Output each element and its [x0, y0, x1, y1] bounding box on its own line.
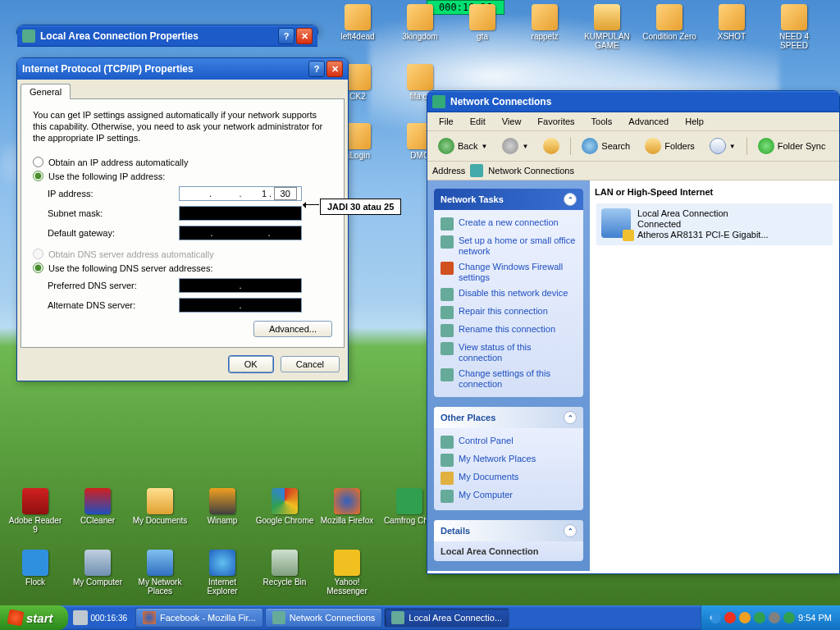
taskbar-item-lac[interactable]: Local Area Connectio... — [384, 608, 509, 628]
desktop-icon[interactable]: NEED 4 SPEED — [765, 4, 824, 50]
alternate-dns-input[interactable]: . — [179, 298, 302, 313]
link-control-panel[interactable]: Control Panel — [441, 433, 577, 451]
task-repair[interactable]: Repair this connection — [441, 304, 577, 322]
radio-obtain-ip-auto[interactable]: Obtain an IP address automatically — [33, 157, 332, 167]
titlebar[interactable]: Internet Protocol (TCP/IP) Properties ? … — [17, 58, 348, 80]
desktop-icon[interactable]: Winamp — [191, 488, 253, 534]
task-create-connection[interactable]: Create a new connection — [441, 215, 577, 233]
menu-favorites[interactable]: Favorites — [531, 115, 581, 128]
task-change-settings[interactable]: Change settings of this connection — [441, 366, 577, 392]
desktop-icon[interactable]: rappelz — [515, 4, 574, 50]
other-places-header[interactable]: Other Places ⌃ — [434, 407, 583, 428]
subnet-mask-input[interactable] — [179, 206, 302, 221]
folders-button[interactable]: Folders — [639, 135, 701, 158]
desktop-icon[interactable]: XSHOT — [702, 4, 761, 50]
task-disable-device[interactable]: Disable this network device — [441, 285, 577, 304]
radio-input[interactable] — [33, 171, 43, 181]
tray-icon[interactable] — [783, 612, 795, 623]
desktop-icon[interactable]: gta — [453, 4, 512, 50]
close-button[interactable]: ✕ — [326, 61, 343, 77]
titlebar[interactable]: Network Connections — [427, 91, 839, 112]
search-button[interactable]: Search — [576, 135, 636, 158]
link-network-places[interactable]: My Network Places — [441, 451, 577, 469]
preferred-dns-label: Preferred DNS server: — [48, 281, 179, 290]
preferred-dns-input[interactable]: . — [179, 278, 302, 293]
tab-general[interactable]: General — [21, 84, 71, 99]
system-tray[interactable]: ‹ 9:54 PM — [701, 605, 840, 630]
folder-sync-button[interactable]: Folder Sync — [752, 135, 832, 158]
desktop-icon[interactable]: Recycle Bin — [253, 550, 316, 596]
chevron-up-icon[interactable]: ⌃ — [564, 524, 577, 537]
back-button[interactable]: Back▼ — [432, 135, 493, 158]
desktop-icon[interactable]: My Computer — [66, 550, 129, 596]
link-my-documents[interactable]: My Documents — [441, 469, 577, 487]
tray-icon[interactable] — [769, 612, 780, 623]
desktop-icon[interactable]: Flock — [4, 550, 66, 596]
menu-tools[interactable]: Tools — [585, 115, 619, 128]
app-icon — [407, 64, 433, 90]
ok-button[interactable]: OK — [229, 356, 273, 372]
desktop-icon[interactable]: left4dead — [328, 4, 387, 50]
menu-file[interactable]: File — [432, 115, 460, 128]
clock[interactable]: 9:54 PM — [798, 613, 832, 623]
taskbar-item-firefox[interactable]: Facebook - Mozilla Fir... — [135, 608, 263, 628]
tray-icon[interactable] — [724, 612, 736, 623]
ip-octet-2[interactable] — [214, 189, 237, 199]
up-button[interactable] — [537, 135, 565, 158]
taskbar-item-network-connections[interactable]: Network Connections — [265, 608, 383, 628]
menu-advanced[interactable]: Advanced — [622, 115, 675, 128]
tray-icon[interactable] — [754, 612, 765, 623]
task-view-status[interactable]: View status of this connection — [441, 340, 577, 366]
desktop-icon[interactable]: KUMPULAN GAME — [578, 4, 637, 50]
forward-button[interactable]: ▼ — [496, 135, 534, 158]
task-rename[interactable]: Rename this connection — [441, 322, 577, 340]
ip-octet-3[interactable] — [244, 189, 267, 199]
radio-input[interactable] — [33, 262, 43, 273]
desktop-icon[interactable]: Internet Explorer — [191, 550, 253, 596]
radio-use-following-dns[interactable]: Use the following DNS server addresses: — [33, 262, 332, 273]
menu-view[interactable]: View — [495, 115, 528, 128]
ip-octet-1[interactable] — [184, 189, 207, 199]
desktop-icon[interactable]: My Documents — [129, 488, 191, 534]
network-connections-window[interactable]: Network Connections File Edit View Favor… — [427, 90, 840, 574]
help-button[interactable]: ? — [308, 61, 325, 77]
tcpip-properties-window[interactable]: Internet Protocol (TCP/IP) Properties ? … — [16, 57, 349, 381]
default-gateway-input[interactable]: .. — [179, 226, 302, 240]
tasks-sidepanel: Network Tasks ⌃ Create a new connection … — [427, 180, 590, 571]
details-header[interactable]: Details ⌃ — [434, 520, 583, 541]
help-button[interactable]: ? — [278, 28, 294, 44]
ip-address-input[interactable]: . . . — [179, 186, 302, 201]
close-button[interactable]: ✕ — [296, 28, 313, 44]
ip-octet-4[interactable] — [274, 187, 297, 200]
chevron-up-icon[interactable]: ⌃ — [564, 411, 577, 424]
start-button[interactable]: start — [0, 605, 68, 630]
network-tasks-header[interactable]: Network Tasks ⌃ — [434, 189, 583, 210]
desktop-icon[interactable]: My Network Places — [129, 550, 191, 596]
desktop-icon[interactable]: CCleaner — [66, 488, 129, 534]
cancel-button[interactable]: Cancel — [281, 356, 340, 372]
desktop-icon[interactable]: Yahoo! Messenger — [316, 550, 378, 596]
content-pane[interactable]: LAN or High-Speed Internet Local Area Co… — [590, 180, 839, 571]
quick-launch-icon[interactable] — [73, 610, 88, 625]
chevron-up-icon[interactable]: ⌃ — [564, 193, 577, 206]
radio-input[interactable] — [33, 157, 43, 167]
task-setup-network[interactable]: Set up a home or small office network — [441, 233, 577, 259]
desktop-icon[interactable]: Adobe Reader 9 — [4, 488, 66, 534]
titlebar[interactable]: Local Area Connection Properties ? ✕ — [17, 25, 317, 47]
desktop-icon[interactable]: Mozilla Firefox — [316, 488, 378, 534]
task-firewall[interactable]: Change Windows Firewall settings — [441, 259, 577, 285]
link-my-computer[interactable]: My Computer — [441, 487, 577, 505]
advanced-button[interactable]: Advanced... — [253, 321, 332, 337]
desktop-icon[interactable]: 3kingdom — [390, 4, 450, 50]
address-value[interactable]: Network Connections — [488, 166, 574, 176]
lac-properties-window[interactable]: Local Area Connection Properties ? ✕ — [16, 25, 318, 34]
desktop-icon[interactable]: Condition Zero — [640, 4, 699, 50]
connection-item[interactable]: Local Area Connection Connected Atheros … — [596, 203, 833, 245]
menu-edit[interactable]: Edit — [463, 115, 492, 128]
views-button[interactable]: ▼ — [704, 135, 742, 158]
tray-icon[interactable] — [739, 612, 751, 623]
radio-use-following-ip[interactable]: Use the following IP address: — [33, 171, 332, 181]
desktop-icon[interactable]: Google Chrome — [253, 488, 316, 534]
menu-help[interactable]: Help — [678, 115, 710, 128]
tray-expand-icon[interactable]: ‹ — [710, 612, 721, 623]
